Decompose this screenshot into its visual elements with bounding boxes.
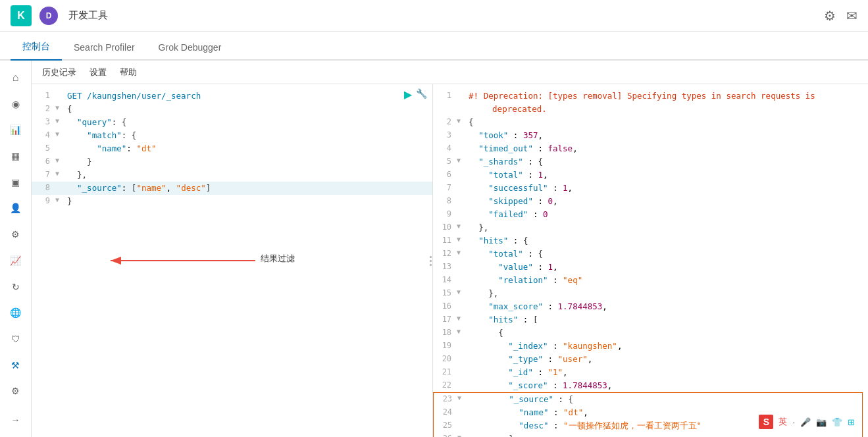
top-bar: K D 开发工具 ⚙ ✉ bbox=[0, 0, 868, 32]
visualize-icon[interactable]: 📊 bbox=[4, 118, 28, 141]
discover-icon[interactable]: ◉ bbox=[4, 92, 28, 116]
watermark-area: S 英 · 🎤 📷 👕 ⊞ bbox=[759, 415, 855, 429]
tab-bar: 控制台 Search Profiler Grok Debugger bbox=[0, 32, 868, 61]
code-line: 9 ▼ } bbox=[32, 195, 432, 208]
uptime-icon[interactable]: ↻ bbox=[4, 275, 28, 299]
canvas-icon[interactable]: ▣ bbox=[4, 170, 28, 194]
code-line: 21 "_id" : "1", bbox=[433, 366, 868, 379]
infrastructure-icon[interactable]: ⚙ bbox=[4, 222, 28, 246]
right-code-editor[interactable]: 1 #! Deprecation: [types removal] Specif… bbox=[433, 84, 868, 437]
dev-tools-icon[interactable]: ⚒ bbox=[4, 353, 28, 377]
wrench-button[interactable]: 🔧 bbox=[416, 88, 427, 101]
code-line-source-end: 26 ▼ } bbox=[433, 432, 863, 437]
watermark-text-en: 英 bbox=[779, 416, 787, 428]
kibana-logo: K bbox=[11, 5, 32, 26]
code-line-highlighted: 8 "_source": ["name", "desc"] bbox=[32, 182, 432, 195]
apm-icon[interactable]: 📈 bbox=[4, 249, 28, 272]
mail-icon[interactable]: ✉ bbox=[846, 8, 857, 24]
code-line: 4 "timed_out" : false, bbox=[433, 142, 868, 155]
ml-icon[interactable]: 👤 bbox=[4, 197, 28, 220]
tab-grok-debugger[interactable]: Grok Debugger bbox=[147, 36, 234, 61]
tab-search-profiler[interactable]: Search Profiler bbox=[62, 36, 147, 61]
content-area: 历史记录 设置 帮助 ▶ 🔧 1 GET /kaungshen/user/_se… bbox=[32, 61, 868, 437]
settings-icon[interactable]: ⚙ bbox=[824, 8, 836, 24]
code-line: 5 "name": "dt" bbox=[32, 142, 432, 155]
code-line-source-start: 23 ▼ "_source" : { bbox=[433, 392, 863, 406]
code-line: 20 "_type" : "user", bbox=[433, 353, 868, 366]
code-line: 16 "max_score" : 1.7844853, bbox=[433, 300, 868, 313]
dashboard-icon[interactable]: ▦ bbox=[4, 144, 28, 168]
help-button[interactable]: 帮助 bbox=[120, 66, 137, 78]
sidebar: ⌂ ◉ 📊 ▦ ▣ 👤 ⚙ 📈 ↻ 🌐 🛡 ⚒ ⚙ → bbox=[0, 61, 32, 437]
code-line: 7 "successful" : 1, bbox=[433, 182, 868, 195]
code-line: 19 "_index" : "kaungshen", bbox=[433, 340, 868, 353]
code-line: 4 ▼ "match": { bbox=[32, 129, 432, 142]
watermark-camera-icon: 📷 bbox=[816, 417, 827, 427]
left-code-editor[interactable]: 1 GET /kaungshen/user/_search 2 ▼ { 3 ▼ bbox=[32, 84, 432, 437]
user-avatar[interactable]: D bbox=[39, 7, 58, 25]
panel-resize-handle[interactable] bbox=[428, 247, 432, 274]
siem-icon[interactable]: 🛡 bbox=[4, 327, 28, 351]
history-button[interactable]: 历史记录 bbox=[42, 66, 76, 78]
code-line: 15 ▼ }, bbox=[433, 287, 868, 300]
code-line: 17 ▼ "hits" : [ bbox=[433, 313, 868, 326]
editor-area: ▶ 🔧 1 GET /kaungshen/user/_search 2 ▼ { bbox=[32, 84, 868, 437]
code-line: 3 "took" : 357, bbox=[433, 129, 868, 142]
code-line: 18 ▼ { bbox=[433, 326, 868, 340]
code-line: 6 ▼ } bbox=[32, 155, 432, 168]
management-icon[interactable]: ⚙ bbox=[4, 380, 28, 403]
app-title: 开发工具 bbox=[68, 9, 108, 22]
code-line: 6 "total" : 1, bbox=[433, 168, 868, 182]
watermark-logo-s: S bbox=[759, 415, 773, 429]
code-line: 14 "relation" : "eq" bbox=[433, 274, 868, 287]
right-editor-panel: 1 #! Deprecation: [types removal] Specif… bbox=[433, 84, 868, 437]
code-line: 13 "value" : 1, bbox=[433, 261, 868, 274]
code-line: 10 ▼ }, bbox=[433, 221, 868, 234]
code-line: 9 "failed" : 0 bbox=[433, 208, 868, 221]
home-icon[interactable]: ⌂ bbox=[4, 66, 28, 90]
code-line: deprecated. bbox=[433, 103, 868, 116]
watermark-grid-icon: ⊞ bbox=[848, 417, 855, 427]
top-bar-actions: ⚙ ✉ bbox=[824, 8, 857, 24]
code-line: 3 ▼ "query": { bbox=[32, 116, 432, 129]
code-line: 1 #! Deprecation: [types removal] Specif… bbox=[433, 90, 868, 103]
sub-toolbar: 历史记录 设置 帮助 bbox=[32, 61, 868, 84]
code-line: 12 ▼ "total" : { bbox=[433, 247, 868, 261]
code-line: 8 "skipped" : 0, bbox=[433, 195, 868, 208]
code-line: 7 ▼ }, bbox=[32, 168, 432, 182]
run-button[interactable]: ▶ bbox=[404, 88, 412, 101]
watermark-shirt-icon: 👕 bbox=[832, 417, 842, 427]
code-line: 11 ▼ "hits" : { bbox=[433, 234, 868, 247]
code-line: 2 ▼ { bbox=[32, 103, 432, 116]
main-layout: ⌂ ◉ 📊 ▦ ▣ 👤 ⚙ 📈 ↻ 🌐 🛡 ⚒ ⚙ → 历史记录 设置 帮助 ▶ bbox=[0, 61, 868, 437]
watermark-mic-icon: 🎤 bbox=[800, 417, 811, 427]
collapse-sidebar-icon[interactable]: → bbox=[4, 408, 28, 432]
panel-toolbar: ▶ 🔧 bbox=[404, 88, 427, 101]
code-line: 5 ▼ "_shards" : { bbox=[433, 155, 868, 168]
settings-button[interactable]: 设置 bbox=[89, 66, 107, 78]
maps-icon[interactable]: 🌐 bbox=[4, 301, 28, 324]
code-line: 22 "_score" : 1.7844853, bbox=[433, 379, 868, 392]
code-line: 1 GET /kaungshen/user/_search bbox=[32, 90, 432, 103]
tab-console[interactable]: 控制台 bbox=[11, 34, 62, 61]
left-editor-panel: ▶ 🔧 1 GET /kaungshen/user/_search 2 ▼ { bbox=[32, 84, 433, 437]
code-line: 2 ▼ { bbox=[433, 116, 868, 129]
